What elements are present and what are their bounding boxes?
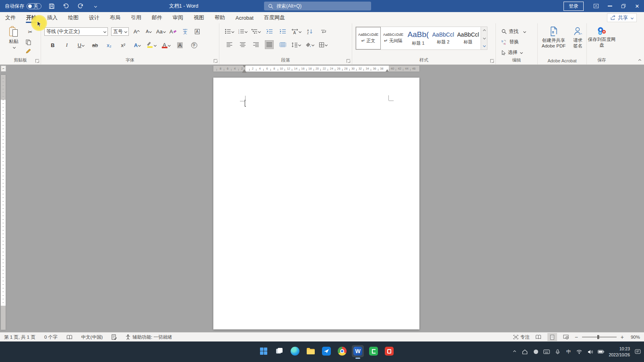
ime-indicator[interactable]: 中 (565, 349, 572, 355)
style-heading-2[interactable]: AaBbCcl标题 2 (431, 27, 456, 49)
clipboard-dialog-launcher[interactable] (35, 59, 39, 63)
font-name-combo[interactable]: 等线 (中文正文) (44, 27, 108, 36)
phonetic-guide-button[interactable]: wén文 (181, 27, 190, 36)
tab-references[interactable]: 引用 (126, 12, 147, 23)
italic-button[interactable]: I (62, 41, 71, 49)
task-view-button[interactable] (273, 345, 285, 357)
clear-formatting-button[interactable]: A (169, 27, 178, 36)
font-dialog-launcher[interactable] (214, 59, 217, 63)
distributed-button[interactable] (278, 40, 287, 49)
minimize-button[interactable] (603, 0, 617, 12)
tab-help[interactable]: 帮助 (209, 12, 230, 23)
align-left-button[interactable] (225, 40, 234, 49)
grow-font-button[interactable]: A (132, 27, 141, 36)
bold-button[interactable]: B (48, 41, 57, 49)
zoom-out-button[interactable]: − (575, 334, 578, 340)
close-button[interactable]: ✕ (630, 0, 644, 12)
borders-button[interactable] (318, 40, 327, 49)
format-painter-icon[interactable] (26, 48, 35, 53)
autosave-toggle[interactable]: 关 (27, 3, 41, 9)
sort-button[interactable]: AZ (305, 27, 314, 36)
paste-button[interactable]: 粘贴 (5, 25, 23, 56)
style-heading-1[interactable]: AaBb(标题 1 (406, 27, 431, 49)
styles-gallery-more-button[interactable] (481, 27, 487, 50)
gray-circle-tray-icon[interactable] (533, 349, 539, 355)
subscript-button[interactable]: x₂ (105, 41, 114, 49)
language-status[interactable]: 中文(中国) (81, 333, 103, 342)
superscript-button[interactable]: x² (119, 41, 128, 49)
tab-insert[interactable]: 插入 (42, 12, 63, 23)
battery-icon[interactable] (598, 349, 604, 355)
shrink-font-button[interactable]: A (144, 27, 153, 36)
increase-indent-button[interactable] (278, 27, 287, 36)
multilevel-list-button[interactable] (252, 27, 260, 36)
text-highlight-button[interactable] (147, 41, 156, 49)
notification-center-icon[interactable] (634, 349, 641, 355)
taskbar-clock[interactable]: 10:23 2022/10/26 (609, 346, 630, 357)
word-app-icon[interactable]: W (352, 345, 364, 357)
copy-icon[interactable] (26, 39, 35, 45)
zoom-slider-thumb[interactable] (597, 335, 599, 339)
edge-browser-icon[interactable] (289, 345, 301, 357)
replace-button[interactable]: bc替换 (502, 38, 537, 46)
redo-icon[interactable] (76, 2, 85, 10)
zoom-in-button[interactable]: + (621, 334, 624, 340)
blue-bird-app-icon[interactable] (320, 345, 332, 357)
tab-mailings[interactable]: 邮件 (147, 12, 167, 23)
bullets-button[interactable] (225, 27, 234, 36)
word-count-status[interactable]: 0 个字 (44, 333, 58, 342)
align-right-button[interactable] (252, 40, 260, 49)
undo-icon[interactable] (62, 2, 70, 10)
start-button[interactable] (258, 345, 270, 357)
tab-review[interactable]: 审阅 (167, 12, 188, 23)
page-number-status[interactable]: 第 1 页, 共 1 页 (4, 333, 35, 342)
volume-icon[interactable] (587, 349, 593, 355)
share-button[interactable]: 共享 (607, 13, 637, 22)
spelling-status[interactable] (111, 333, 117, 342)
red-app-icon[interactable] (383, 345, 395, 357)
right-indent-marker[interactable] (386, 69, 389, 72)
show-hide-marks-button[interactable] (319, 27, 328, 36)
font-size-combo[interactable]: 五号 (111, 27, 129, 36)
request-signatures-button[interactable]: 请求签名 (571, 27, 585, 49)
sign-in-button[interactable]: 登录 (564, 2, 584, 11)
customize-quick-access-chevron-icon[interactable] (91, 2, 99, 10)
align-center-button[interactable] (238, 40, 247, 49)
paragraph-dialog-launcher[interactable] (347, 59, 350, 63)
text-effects-button[interactable]: A (133, 41, 142, 49)
save-icon[interactable] (47, 2, 56, 10)
strikethrough-button[interactable]: ab (91, 41, 99, 49)
tab-baidu-netdisk[interactable]: 百度网盘 (259, 12, 290, 23)
file-explorer-icon[interactable] (305, 345, 317, 357)
first-line-indent-marker[interactable] (243, 65, 246, 68)
tab-draw[interactable]: 绘图 (63, 12, 84, 23)
green-app-icon[interactable] (367, 345, 380, 357)
zoom-level[interactable]: 90% (628, 335, 640, 339)
style-no-spacing[interactable]: AaBbCcDdE↵ 无间隔 (381, 27, 406, 49)
read-mode-button[interactable] (534, 333, 543, 341)
styles-dialog-launcher[interactable] (490, 59, 494, 63)
search-box[interactable]: 搜索(Alt+Q) (264, 2, 371, 10)
zoom-slider[interactable] (582, 337, 617, 337)
restore-button[interactable] (617, 0, 630, 12)
ribbon-display-options-icon[interactable] (589, 0, 603, 12)
character-border-button[interactable]: A (193, 27, 202, 36)
web-layout-button[interactable] (561, 333, 571, 341)
change-case-button[interactable]: Aa (156, 27, 165, 36)
character-scaling-button[interactable]: A (291, 27, 301, 36)
font-color-button[interactable]: A (161, 41, 170, 49)
left-indent-base[interactable] (242, 72, 246, 73)
decrease-indent-button[interactable] (265, 27, 274, 36)
style-title[interactable]: AaBbCcl标题 (456, 27, 481, 49)
tab-layout[interactable]: 布局 (105, 12, 126, 23)
touch-keyboard-icon[interactable] (543, 349, 550, 355)
tab-acrobat[interactable]: Acrobat (230, 12, 259, 23)
print-layout-button[interactable] (547, 333, 557, 341)
proofing-status[interactable] (66, 333, 72, 342)
focus-mode-button[interactable]: 专注 (513, 333, 530, 342)
tray-overflow-chevron-icon[interactable] (511, 349, 517, 355)
home-tray-icon[interactable] (522, 349, 528, 355)
underline-button[interactable]: U (76, 41, 85, 49)
pen-tray-icon[interactable] (554, 349, 561, 355)
network-icon[interactable] (576, 349, 582, 355)
